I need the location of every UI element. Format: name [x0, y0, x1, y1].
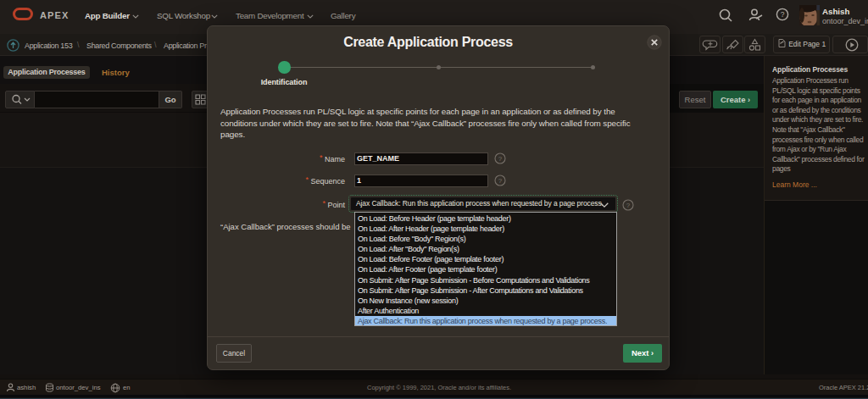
- svg-text:?: ?: [626, 202, 631, 209]
- svg-text:?: ?: [498, 177, 503, 185]
- svg-text:?: ?: [498, 155, 503, 163]
- svg-text:?: ?: [781, 10, 785, 19]
